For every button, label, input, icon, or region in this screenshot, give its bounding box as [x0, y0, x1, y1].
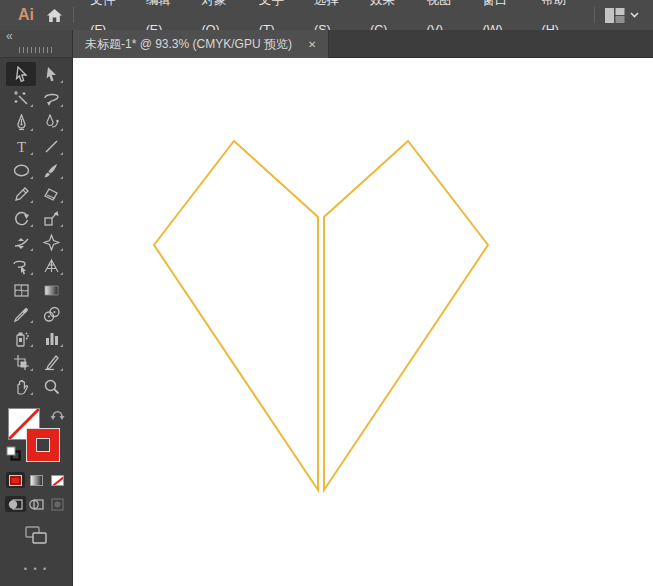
direct-selection-tool[interactable]	[36, 62, 66, 86]
perspective-grid-tool[interactable]	[36, 254, 66, 278]
eyedropper-tool[interactable]	[6, 302, 36, 326]
document-tabbar: 未标题-1* @ 93.3% (CMYK/GPU 预览) ✕	[73, 30, 653, 58]
color-mode-row	[6, 472, 67, 488]
collapse-panel-button[interactable]: «	[6, 29, 13, 43]
document-tab-title: 未标题-1* @ 93.3% (CMYK/GPU 预览)	[85, 36, 292, 53]
app-logo: Ai	[10, 6, 42, 24]
illustrator-window: Ai 文件(F)编辑(E)对象(O)文字(T)选择(S)效果(C)视图(V)窗口…	[0, 0, 653, 586]
draw-normal-button[interactable]	[5, 496, 26, 512]
draw-behind-icon	[29, 498, 44, 511]
draw-normal-icon	[8, 498, 23, 511]
column-graph-tool[interactable]	[36, 326, 66, 350]
type-tool[interactable]: T	[6, 134, 36, 158]
default-swatches-icon	[6, 446, 21, 461]
chevron-down-icon	[630, 12, 639, 18]
color-button[interactable]	[6, 472, 25, 488]
lasso-tool[interactable]	[36, 86, 66, 110]
screen-mode-icon	[25, 526, 47, 544]
magic-wand-tool[interactable]	[6, 86, 36, 110]
none-button[interactable]	[48, 472, 67, 488]
paintbrush-tool[interactable]	[36, 158, 66, 182]
screen-mode-button[interactable]	[25, 526, 47, 548]
slice-tool[interactable]	[36, 350, 66, 374]
workspace-icon	[605, 8, 625, 23]
free-transform-tool[interactable]	[36, 230, 66, 254]
gradient-swatch-icon	[30, 475, 43, 486]
scale-tool[interactable]	[36, 206, 66, 230]
hand-tool[interactable]	[6, 374, 36, 398]
curvature-tool[interactable]	[36, 110, 66, 134]
pen-tool[interactable]	[6, 110, 36, 134]
stroke-proxy-red[interactable]	[26, 428, 60, 462]
default-fill-stroke-button[interactable]	[6, 446, 22, 462]
home-button[interactable]	[42, 4, 67, 26]
heart-artwork	[73, 58, 653, 586]
home-icon	[46, 8, 63, 23]
width-tool[interactable]	[6, 230, 36, 254]
selection-tool[interactable]	[6, 62, 36, 86]
line-segment-tool[interactable]	[36, 134, 66, 158]
draw-inside-icon	[50, 498, 65, 511]
tools-panel-header: «	[0, 30, 72, 58]
zoom-tool[interactable]	[36, 374, 66, 398]
rotate-tool[interactable]	[6, 206, 36, 230]
tab-close-icon[interactable]: ✕	[308, 39, 316, 50]
gradient-tool[interactable]	[36, 278, 66, 302]
drawing-modes	[5, 496, 68, 512]
svg-text:T: T	[16, 138, 25, 154]
swap-arrows-icon	[50, 407, 65, 420]
menubar: Ai 文件(F)编辑(E)对象(O)文字(T)选择(S)效果(C)视图(V)窗口…	[0, 0, 653, 30]
draw-inside-button[interactable]	[47, 496, 68, 512]
mesh-tool[interactable]	[6, 278, 36, 302]
artboard-canvas[interactable]	[73, 58, 653, 586]
menubar-divider	[73, 7, 74, 23]
edit-toolbar-button[interactable]: • • •	[24, 564, 48, 574]
color-swatch-icon	[9, 475, 22, 486]
shape-builder-tool[interactable]	[6, 254, 36, 278]
menubar-divider-right	[594, 7, 595, 23]
none-swatch-icon	[51, 475, 64, 486]
symbol-sprayer-tool[interactable]	[6, 326, 36, 350]
workspace-switcher-button[interactable]	[601, 5, 643, 26]
stroke-proxy-hole	[36, 438, 50, 452]
pencil-tool[interactable]	[6, 182, 36, 206]
ellipse-tool[interactable]	[6, 158, 36, 182]
draw-behind-button[interactable]	[26, 496, 47, 512]
tools-panel: « T	[0, 30, 73, 586]
panel-drag-grip[interactable]	[19, 47, 53, 53]
document-tab[interactable]: 未标题-1* @ 93.3% (CMYK/GPU 预览) ✕	[73, 30, 329, 58]
blend-tool[interactable]	[36, 302, 66, 326]
swap-fill-stroke-button[interactable]	[50, 406, 66, 420]
gradient-button[interactable]	[27, 472, 46, 488]
fill-stroke-controls	[6, 406, 66, 466]
tool-grid: T	[6, 62, 66, 398]
eraser-tool[interactable]	[36, 182, 66, 206]
artboard-tool[interactable]	[6, 350, 36, 374]
